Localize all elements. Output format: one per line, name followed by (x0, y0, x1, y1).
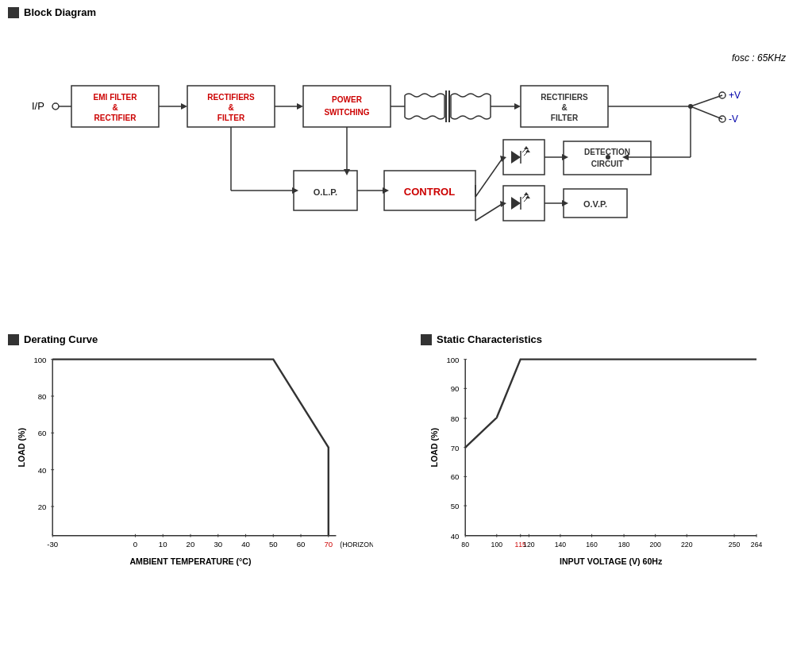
block-diagram-title: Block Diagram (8, 6, 96, 18)
svg-text:50: 50 (269, 540, 278, 549)
svg-text:-V: -V (729, 114, 738, 125)
svg-point-81 (606, 155, 610, 160)
static-chart-svg: 100 90 80 70 60 50 40 80 100 (421, 352, 786, 574)
svg-text:200: 200 (649, 541, 661, 549)
svg-text:AMBIENT TEMPERATURE (°C): AMBIENT TEMPERATURE (°C) (129, 556, 251, 566)
svg-text:80: 80 (38, 392, 47, 401)
title-square-icon (8, 334, 19, 345)
svg-text:40: 40 (451, 532, 460, 541)
svg-text:EMI FILTER: EMI FILTER (94, 93, 138, 102)
svg-text:264: 264 (751, 541, 763, 549)
svg-text:100: 100 (33, 356, 46, 364)
svg-text:120: 120 (523, 541, 535, 549)
svg-text:RECTIFIER: RECTIFIER (94, 114, 137, 122)
svg-text:250: 250 (729, 541, 741, 549)
svg-text:&: & (561, 103, 567, 112)
svg-text:160: 160 (586, 541, 598, 549)
svg-text:-30: -30 (47, 540, 58, 549)
svg-text:40: 40 (38, 466, 47, 475)
svg-text:180: 180 (618, 541, 630, 549)
svg-text:LOAD (%): LOAD (%) (17, 428, 26, 468)
svg-text:SWITCHING: SWITCHING (324, 108, 369, 117)
svg-rect-53 (503, 186, 545, 221)
svg-marker-63 (562, 200, 568, 206)
svg-marker-59 (525, 195, 530, 198)
derating-curve-section: Derating Curve 100 80 60 40 20 (8, 333, 389, 576)
svg-marker-13 (297, 103, 303, 110)
svg-text:60: 60 (297, 540, 306, 549)
svg-marker-50 (525, 149, 530, 152)
svg-text:FILTER: FILTER (551, 114, 579, 122)
svg-line-71 (475, 157, 503, 197)
svg-text:20: 20 (187, 540, 195, 549)
svg-marker-54 (511, 197, 521, 210)
svg-text:RECTIFIERS: RECTIFIERS (207, 93, 255, 102)
derating-chart-area: 100 80 60 40 20 -30 0 10 20 (8, 352, 389, 576)
svg-marker-45 (511, 151, 521, 164)
svg-text:100: 100 (446, 356, 459, 364)
svg-text:70: 70 (324, 540, 333, 549)
svg-text:(HORIZONTAL): (HORIZONTAL) (340, 541, 373, 549)
derating-curve-title: Derating Curve (8, 333, 98, 345)
block-diagram-section: Block Diagram fosc : 65KHz I/P EMI FILTE… (8, 6, 802, 237)
svg-marker-7 (181, 103, 187, 110)
svg-text:RECTIFIERS: RECTIFIERS (541, 93, 588, 102)
svg-text:100: 100 (491, 541, 503, 549)
block-diagram-svg: I/P EMI FILTER & RECTIFIER RECTIFIERS & … (8, 30, 786, 237)
static-chart-area: 100 90 80 70 60 50 40 80 100 (421, 352, 802, 576)
title-square-icon (421, 334, 432, 345)
derating-chart-svg: 100 80 60 40 20 -30 0 10 20 (8, 352, 373, 574)
svg-text:&: & (112, 103, 117, 112)
svg-text:220: 220 (681, 541, 693, 549)
svg-marker-77 (344, 169, 350, 175)
svg-rect-44 (503, 140, 545, 175)
svg-text:80: 80 (461, 541, 469, 549)
svg-marker-69 (383, 187, 389, 194)
svg-text:60: 60 (38, 429, 47, 437)
svg-text:30: 30 (214, 540, 222, 549)
svg-marker-57 (524, 192, 529, 195)
svg-marker-25 (514, 103, 521, 110)
svg-rect-14 (303, 86, 391, 127)
fosc-label: fosc : 65KHz (732, 52, 786, 64)
svg-text:70: 70 (451, 444, 460, 452)
svg-text:0: 0 (133, 540, 137, 549)
svg-text:90: 90 (451, 384, 460, 393)
svg-marker-48 (524, 146, 529, 149)
svg-text:140: 140 (555, 541, 567, 549)
svg-text:40: 40 (241, 540, 250, 549)
svg-text:CONTROL: CONTROL (404, 186, 455, 198)
lower-sections: Derating Curve 100 80 60 40 20 (8, 333, 802, 576)
svg-text:O.L.P.: O.L.P. (314, 187, 337, 197)
svg-text:10: 10 (159, 540, 167, 549)
title-square-icon (8, 7, 19, 18)
svg-text:+V: +V (729, 90, 741, 101)
svg-text:LOAD (%): LOAD (%) (429, 428, 439, 468)
svg-text:50: 50 (451, 502, 460, 510)
svg-line-32 (691, 95, 722, 106)
svg-text:20: 20 (38, 502, 47, 511)
svg-text:FILTER: FILTER (217, 114, 245, 122)
static-characteristics-section: Static Characteristics 100 90 80 70 (421, 333, 802, 576)
svg-text:60: 60 (451, 472, 460, 481)
svg-marker-80 (292, 187, 298, 194)
svg-text:INPUT VOLTAGE (V) 60Hz: INPUT VOLTAGE (V) 60Hz (560, 556, 663, 566)
ip-label: I/P (32, 100, 44, 112)
svg-text:POWER: POWER (332, 95, 363, 104)
svg-text:80: 80 (451, 414, 460, 423)
static-characteristics-title: Static Characteristics (421, 333, 542, 345)
svg-line-74 (475, 203, 503, 221)
svg-line-35 (691, 106, 722, 119)
svg-text:CIRCUIT: CIRCUIT (591, 160, 624, 168)
svg-text:&: & (228, 103, 233, 112)
svg-text:O.V.P.: O.V.P. (583, 199, 607, 209)
svg-marker-52 (562, 154, 568, 160)
svg-point-0 (52, 103, 59, 110)
